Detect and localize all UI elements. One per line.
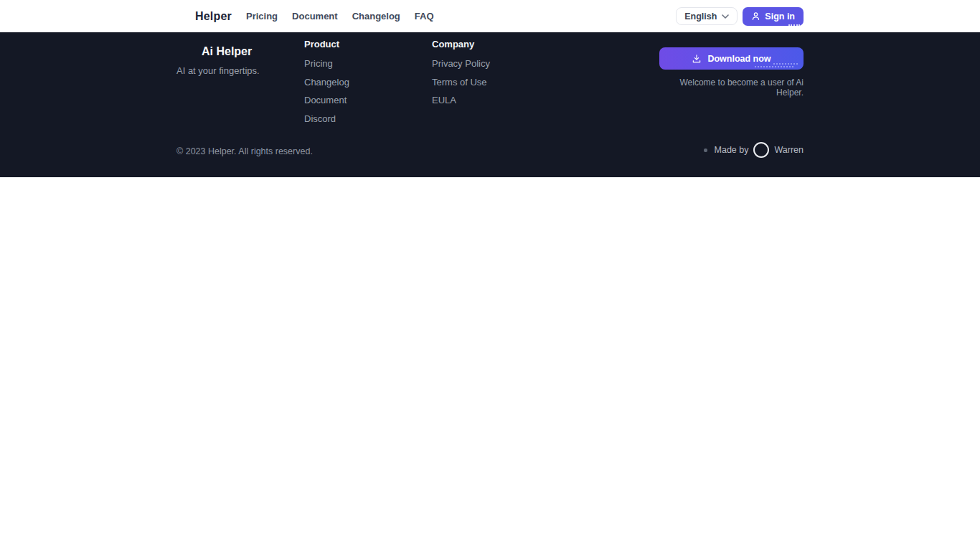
footer-brand-tagline: AI at your fingertips.	[176, 65, 260, 76]
footer-link-changelog[interactable]: Changelog	[304, 77, 349, 88]
dotted-decoration	[788, 24, 800, 26]
dotted-decoration	[773, 63, 798, 65]
footer-link-terms-of-use[interactable]: Terms of Use	[432, 77, 487, 88]
footer: Ai Helper AI at your fingertips. Product…	[0, 32, 980, 177]
footer-inner: Ai Helper AI at your fingertips. Product…	[176, 32, 804, 177]
welcome-text: Welcome to become a user of Ai Helper.	[659, 77, 804, 98]
user-icon	[751, 11, 760, 21]
footer-link-pricing[interactable]: Pricing	[304, 58, 333, 69]
footer-link-eula[interactable]: EULA	[432, 95, 456, 105]
nav-link-document[interactable]: Document	[292, 11, 338, 22]
footer-link-discord[interactable]: Discord	[304, 113, 336, 124]
sign-in-button[interactable]: Sign in	[743, 7, 804, 26]
language-selected-label: English	[684, 11, 717, 22]
footer-column-product: Product Pricing Changelog Document Disco…	[304, 39, 349, 131]
footer-brand: Ai Helper AI at your fingertips.	[176, 45, 260, 76]
dotted-decoration	[755, 66, 793, 67]
top-navbar: Helper Pricing Document Changelog FAQ En…	[0, 0, 980, 32]
chevron-down-icon	[722, 14, 729, 19]
made-by-label: Made by	[715, 145, 749, 155]
nav-link-faq[interactable]: FAQ	[415, 11, 434, 22]
footer-cta: Download now Welcome to become a user of…	[659, 47, 804, 98]
maker-logo-circle-icon	[753, 142, 769, 158]
footer-link-privacy-policy[interactable]: Privacy Policy	[432, 58, 490, 69]
navbar-actions: English Sign in	[676, 7, 804, 26]
nav-link-changelog[interactable]: Changelog	[352, 11, 400, 22]
download-now-label: Download now	[707, 54, 771, 64]
footer-column-company: Company Privacy Policy Terms of Use EULA	[432, 39, 490, 113]
bullet-dot-icon	[704, 149, 707, 152]
brand-logo[interactable]: Helper	[195, 10, 232, 23]
made-by-group: Made by Warren	[704, 141, 804, 159]
maker-name[interactable]: Warren	[774, 145, 804, 155]
footer-link-list: Pricing Changelog Document Discord	[304, 58, 349, 124]
footer-column-heading: Company	[432, 39, 490, 50]
download-icon	[692, 54, 702, 64]
footer-column-heading: Product	[304, 39, 349, 50]
sign-in-label: Sign in	[765, 11, 795, 22]
language-selector[interactable]: English	[676, 7, 738, 25]
footer-link-document[interactable]: Document	[304, 95, 347, 105]
download-now-button[interactable]: Download now	[659, 47, 804, 70]
nav-link-pricing[interactable]: Pricing	[246, 11, 278, 22]
main-nav: Pricing Document Changelog FAQ	[246, 11, 434, 22]
navbar-inner: Helper Pricing Document Changelog FAQ En…	[176, 0, 804, 32]
footer-link-list: Privacy Policy Terms of Use EULA	[432, 58, 490, 105]
copyright-text: © 2023 Helper. All rights reserved.	[176, 146, 313, 156]
footer-brand-title: Ai Helper	[202, 45, 260, 58]
